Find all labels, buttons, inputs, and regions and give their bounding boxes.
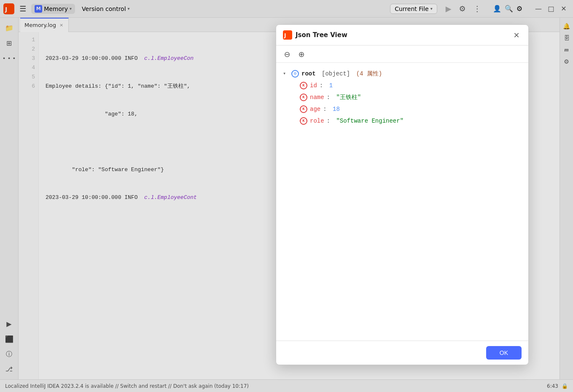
key-name: name (310, 91, 324, 103)
dialog-title: Json Tree View (296, 31, 508, 39)
colon-id: : (320, 80, 327, 91)
root-node-icon: ◎ (291, 70, 299, 78)
tree-root-node: ▾ ◎ root [object] (4 属性) (283, 68, 522, 80)
dialog-close-button[interactable]: ✕ (511, 30, 522, 40)
root-type: [object] (318, 68, 350, 80)
colon-role: : (327, 115, 334, 127)
colon-name: : (327, 91, 334, 103)
val-id: 1 (329, 80, 333, 91)
key-age: age (310, 103, 320, 115)
svg-text:J: J (284, 32, 286, 38)
colon-age: : (323, 103, 330, 115)
tree-node-role: K role : "Software Engineer" (300, 115, 522, 127)
key-icon-name: K (300, 94, 307, 101)
val-age: 18 (333, 103, 340, 115)
key-icon-age: K (300, 105, 307, 113)
root-key: root (301, 68, 316, 80)
dialog-body: ▾ ◎ root [object] (4 属性) K id : 1 K name… (276, 63, 528, 341)
expand-all-button[interactable]: ⊕ (296, 48, 307, 60)
ok-button[interactable]: OK (486, 346, 522, 360)
tree-node-age: K age : 18 (300, 103, 522, 115)
collapse-icon: ⊖ (284, 50, 290, 59)
key-icon-role: K (300, 117, 307, 125)
root-chevron[interactable]: ▾ (283, 68, 289, 80)
val-role: "Software Engineer" (336, 115, 404, 127)
collapse-all-button[interactable]: ⊖ (281, 48, 293, 60)
dialog-logo-icon: J (283, 30, 292, 40)
dialog-footer: OK (276, 341, 528, 365)
root-meta: (4 属性) (352, 68, 382, 80)
key-icon-id: K (300, 82, 307, 89)
tree-node-name: K name : "王铁柱" (300, 91, 522, 103)
tree-children: K id : 1 K name : "王铁柱" K age : 18 K (300, 80, 522, 127)
key-role: role (310, 115, 324, 127)
tree-node-id: K id : 1 (300, 80, 522, 91)
dialog-toolbar: ⊖ ⊕ (276, 46, 528, 63)
expand-icon: ⊕ (298, 50, 304, 59)
key-id: id (310, 80, 317, 91)
dialog-header: J Json Tree View ✕ (276, 25, 528, 46)
val-name: "王铁柱" (336, 91, 361, 103)
json-tree-dialog: J Json Tree View ✕ ⊖ ⊕ ▾ ◎ root [object]… (276, 24, 529, 365)
